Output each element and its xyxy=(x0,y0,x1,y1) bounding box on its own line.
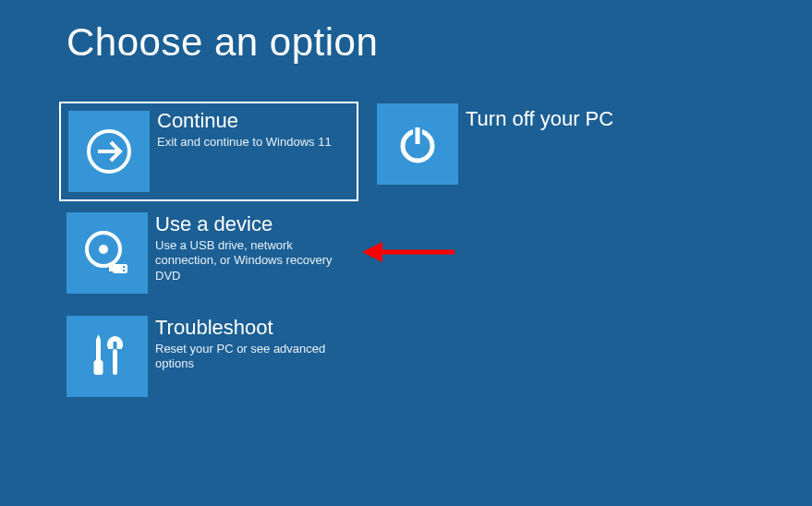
power-icon xyxy=(377,103,458,185)
svg-marker-13 xyxy=(96,334,101,340)
svg-rect-10 xyxy=(123,270,125,271)
svg-rect-9 xyxy=(123,266,125,268)
red-arrow-annotation xyxy=(362,238,454,266)
use-a-device-description: Use a USB drive, network connection, or … xyxy=(155,238,340,283)
svg-rect-12 xyxy=(94,360,103,375)
arrow-right-icon xyxy=(68,111,150,192)
svg-rect-11 xyxy=(96,340,101,360)
troubleshoot-description: Reset your PC or see advanced options xyxy=(155,342,340,372)
continue-tile[interactable]: Continue Exit and continue to Windows 11 xyxy=(59,102,358,201)
svg-marker-16 xyxy=(362,242,382,262)
use-a-device-title: Use a device xyxy=(155,212,273,236)
page-title: Choose an option xyxy=(67,20,378,65)
continue-description: Exit and continue to Windows 11 xyxy=(157,135,332,150)
tools-icon xyxy=(67,316,148,397)
svg-point-6 xyxy=(99,245,108,254)
continue-title: Continue xyxy=(157,109,238,133)
svg-rect-14 xyxy=(113,349,117,375)
svg-rect-8 xyxy=(109,266,115,271)
troubleshoot-tile[interactable]: Troubleshoot Reset your PC or see advanc… xyxy=(67,316,362,412)
disc-usb-icon xyxy=(67,212,148,294)
troubleshoot-title: Troubleshoot xyxy=(155,316,273,340)
svg-rect-7 xyxy=(113,264,127,273)
use-a-device-tile[interactable]: Use a device Use a USB drive, network co… xyxy=(67,212,362,308)
turnoff-tile[interactable]: Turn off your PC xyxy=(377,103,673,199)
turnoff-title: Turn off your PC xyxy=(466,107,613,131)
